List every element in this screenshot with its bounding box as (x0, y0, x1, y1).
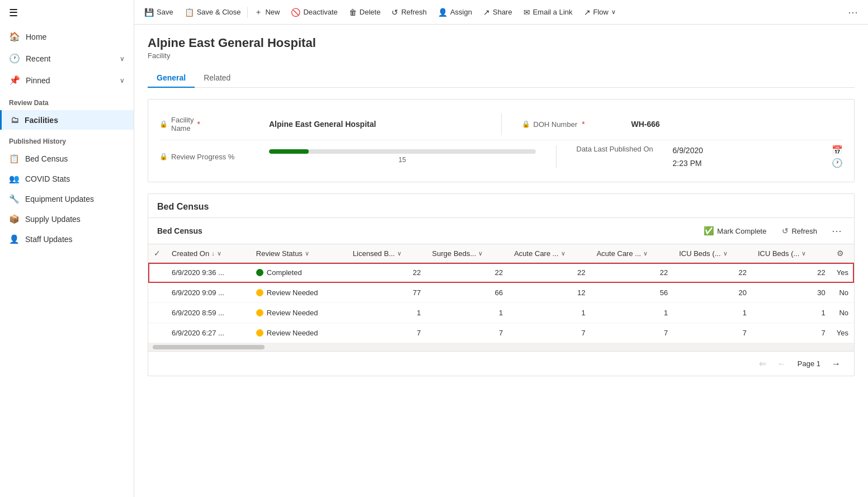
cell-last: No (831, 283, 854, 303)
doh-number-value[interactable]: WH-666 (631, 120, 843, 129)
facility-name-value[interactable]: Alpine East General Hospital (269, 120, 481, 129)
next-page-button[interactable]: → (827, 357, 845, 371)
review-progress-label: 🔒 Review Progress % (159, 153, 260, 161)
home-icon: 🏠 (9, 31, 20, 42)
form-row-facility: 🔒 Facility Name * Alpine East General Ho… (159, 108, 843, 140)
table-row[interactable]: 6/9/2020 8:59 ... Review Needed 1 1 1 1 … (148, 303, 854, 323)
cell-acute-care-1: 22 (508, 263, 591, 283)
cell-licensed-b: 77 (347, 283, 427, 303)
tab-general[interactable]: General (148, 69, 195, 88)
mark-complete-button[interactable]: ✅ Mark Complete (699, 224, 771, 238)
status-text: Review Needed (267, 309, 318, 317)
table-row[interactable]: 6/9/2020 6:27 ... Review Needed 7 7 7 7 … (148, 323, 854, 343)
col-created-on[interactable]: Created On ↓ ∨ (166, 244, 251, 263)
col-icu-beds-1[interactable]: ICU Beds (... ∨ (673, 244, 752, 263)
bed-census-refresh-button[interactable]: ↺ Refresh (777, 224, 822, 238)
cell-surge-beds: 1 (427, 303, 509, 323)
chevron-icu1-icon: ∨ (723, 250, 728, 257)
sidebar-item-equipment-updates[interactable]: 🔧 Equipment Updates (0, 189, 134, 209)
sidebar-item-staff-updates[interactable]: 👤 Staff Updates (0, 229, 134, 249)
progress-bar-fill (269, 149, 309, 154)
delete-button[interactable]: 🗑 Delete (343, 4, 386, 20)
col-icu-beds-2[interactable]: ICU Beds (... ∨ (752, 244, 831, 263)
toolbar-separator (247, 7, 248, 18)
assign-button[interactable]: 👤 Assign (432, 4, 478, 20)
cell-acute-care-2: 1 (591, 303, 674, 323)
col-filter[interactable]: ⚙ (831, 244, 854, 263)
cell-created-on: 6/9/2020 9:09 ... (166, 283, 251, 303)
sidebar-item-facilities[interactable]: 🗂 Facilities (0, 110, 134, 130)
date-row: 6/9/2020 📅 (673, 145, 843, 155)
tab-related[interactable]: Related (195, 69, 239, 88)
deactivate-button[interactable]: 🚫 Deactivate (285, 4, 343, 20)
first-page-button[interactable]: ⇐ (754, 356, 771, 371)
share-button[interactable]: ↗ Share (478, 4, 518, 20)
sidebar-item-recent[interactable]: 🕐 Recent ∨ (0, 48, 134, 69)
calendar-icon[interactable]: 📅 (832, 145, 843, 155)
cell-acute-care-1: 1 (508, 303, 591, 323)
chevron-col-icon: ∨ (217, 250, 221, 257)
sidebar-item-home[interactable]: 🏠 Home (0, 26, 134, 48)
sidebar-item-supply-updates[interactable]: 📦 Supply Updates (0, 209, 134, 229)
checkbox-icon[interactable]: ✓ (154, 249, 161, 258)
cell-icu-beds-1: 7 (673, 323, 752, 343)
row-checkbox[interactable] (148, 283, 166, 303)
status-text: Completed (267, 268, 302, 277)
table-row[interactable]: 6/9/2020 9:09 ... Review Needed 77 66 12… (148, 283, 854, 303)
save-label: Save (157, 8, 173, 16)
sidebar-item-pinned[interactable]: 📌 Pinned ∨ (0, 69, 134, 91)
covid-stats-icon: 👥 (9, 174, 20, 184)
chevron-licensed-icon: ∨ (397, 250, 402, 257)
cell-created-on: 6/9/2020 6:27 ... (166, 323, 251, 343)
col-acute-care-1[interactable]: Acute Care ... ∨ (508, 244, 591, 263)
col-licensed-b[interactable]: Licensed B... ∨ (347, 244, 427, 263)
refresh-button[interactable]: ↺ Refresh (386, 4, 432, 20)
sidebar-item-bed-census[interactable]: 📋 Bed Census (0, 149, 134, 169)
row-checkbox[interactable] (148, 263, 166, 283)
cell-surge-beds: 22 (427, 263, 509, 283)
email-icon: ✉ (523, 8, 530, 17)
lock-icon-progress: 🔒 (159, 153, 168, 160)
sidebar-item-covid-stats[interactable]: 👥 COVID Stats (0, 169, 134, 189)
filter-icon[interactable]: ⚙ (837, 249, 844, 258)
email-link-label: Email a Link (533, 8, 573, 16)
share-label: Share (493, 8, 512, 16)
bed-census-more-button[interactable]: ⋯ (828, 223, 845, 239)
col-surge-beds[interactable]: Surge Beds... ∨ (427, 244, 509, 263)
prev-page-button[interactable]: ← (773, 357, 791, 371)
clock-icon[interactable]: 🕐 (832, 158, 843, 168)
refresh-circle-icon: ↺ (782, 226, 789, 235)
email-link-button[interactable]: ✉ Email a Link (518, 4, 578, 20)
sidebar-item-label: Home (26, 32, 46, 41)
table-header-row: ✓ Created On ↓ ∨ (148, 244, 854, 263)
flow-chevron-icon: ∨ (611, 8, 616, 16)
bed-census-section-title: Bed Census (148, 194, 854, 218)
share-icon: ↗ (483, 8, 490, 17)
delete-icon: 🗑 (349, 8, 357, 17)
col-acute-care-2[interactable]: Acute Care ... ∨ (591, 244, 674, 263)
time-row: 2:23 PM 🕐 (673, 158, 843, 168)
published-group: Data Last Published On 6/9/2020 📅 2:23 P… (577, 145, 843, 168)
toolbar-more-button[interactable]: ⋯ (842, 3, 864, 22)
chevron-down-icon: ∨ (120, 55, 125, 63)
chevron-status-icon: ∨ (305, 250, 309, 257)
cell-review-status: Review Needed (251, 323, 347, 343)
hamburger-menu[interactable]: ☰ (0, 0, 134, 26)
supply-icon: 📦 (9, 214, 20, 224)
save-button[interactable]: 💾 Save (139, 4, 179, 20)
scrollbar-thumb[interactable] (153, 345, 265, 349)
flow-button[interactable]: ↗ Flow ∨ (578, 4, 621, 20)
row-checkbox[interactable] (148, 323, 166, 343)
sidebar-item-label: Bed Census (25, 154, 68, 163)
row-checkbox[interactable] (148, 303, 166, 323)
col-review-status[interactable]: Review Status ∨ (251, 244, 347, 263)
progress-bar-bg (269, 149, 536, 154)
table-row[interactable]: 6/9/2020 9:36 ... Completed 22 22 22 22 … (148, 263, 854, 283)
save-close-button[interactable]: 📋 Save & Close (179, 4, 247, 20)
cell-created-on: 6/9/2020 9:36 ... (166, 263, 251, 283)
check-circle-icon: ✅ (704, 226, 714, 236)
horizontal-scrollbar[interactable] (148, 343, 854, 351)
sidebar-section-published: Published History (0, 130, 134, 149)
sidebar-item-label: Facilities (25, 116, 58, 125)
new-button[interactable]: ＋ New (249, 4, 285, 21)
